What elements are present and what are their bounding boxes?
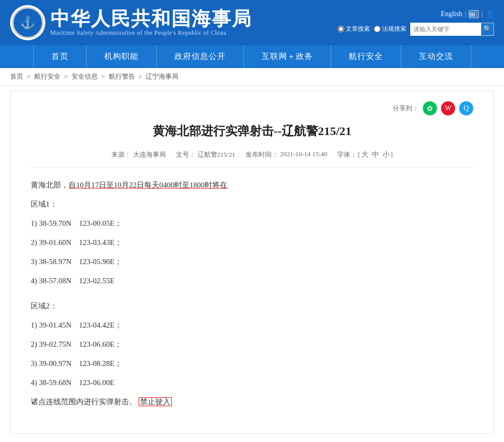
meta-source: 来源： 大连海事局 xyxy=(111,150,166,159)
nav-organization[interactable]: 机构职能 xyxy=(87,45,157,68)
radio-law[interactable] xyxy=(374,26,381,32)
search-input[interactable] xyxy=(410,23,481,36)
nav-navigation-safety[interactable]: 航行安全 xyxy=(331,45,401,68)
zone1-label: 区域1： xyxy=(31,197,473,212)
share-weibo-icon[interactable]: W xyxy=(441,101,455,115)
zone1-point3: 3) 38-58.97N 123-05.90E； xyxy=(31,254,473,269)
breadcrumb-nav-warning[interactable]: 航行警告 xyxy=(109,73,135,80)
share-label: 分享到： xyxy=(393,104,419,113)
zone2-point4: 4) 38-59.68N 123-06.00E xyxy=(31,375,473,390)
divider2: | xyxy=(481,10,483,18)
date-range-text: 自10月17日至10月22日每天0400时至1800时将在 xyxy=(69,181,227,189)
zone1-point2: 2) 39-01.60N 123-03.43E； xyxy=(31,235,473,250)
breadcrumb-sep2: > xyxy=(64,73,70,80)
main-nav: 首页 机构职能 政府信息公开 互联网＋政务 航行安全 互动交流 xyxy=(0,45,504,68)
zone1-point1: 1) 38-59.70N 123-00.05E； xyxy=(31,216,473,231)
zone1-point4: 4) 38-57.08N 123-02.55E xyxy=(31,273,473,288)
meta-font-size: 字体： [ 大 中 小 ] xyxy=(337,150,393,159)
font-small-btn[interactable]: 小 xyxy=(383,150,390,159)
breadcrumb-liaoning[interactable]: 辽宁海事局 xyxy=(146,73,178,80)
meta-docnum: 文号： 辽航警215/21 xyxy=(176,150,235,159)
font-medium-btn[interactable]: 中 xyxy=(372,150,379,159)
header-right: English | ✉ | 👤 文章搜索 法规搜索 xyxy=(338,10,494,36)
font-large-btn[interactable]: 大 xyxy=(361,150,368,159)
content-wrapper: 分享到： ✿ W Q 黄海北部进行实弹射击--辽航警215/21 来源： 大连海… xyxy=(5,91,499,434)
prohibited-text: 禁止驶入 xyxy=(139,397,172,406)
share-qq-icon[interactable]: Q xyxy=(459,101,473,115)
closing-text: 诸点连线范围内进行实弹射击。 xyxy=(31,398,137,406)
share-bar: 分享到： ✿ W Q xyxy=(31,101,473,115)
logo-emblem xyxy=(10,5,45,40)
nav-government[interactable]: 政府信息公开 xyxy=(157,45,244,68)
divider1: | xyxy=(465,10,466,18)
nav-interaction[interactable]: 互动交流 xyxy=(401,45,471,68)
zone2-point1: 1) 39-01.45N 123-04.42E； xyxy=(31,318,473,333)
person-icon[interactable]: 👤 xyxy=(485,10,494,19)
nav-home[interactable]: 首页 xyxy=(33,45,87,68)
breadcrumb-home[interactable]: 首页 xyxy=(10,73,23,80)
search-box: 🔍 xyxy=(410,23,494,36)
nav-internet-plus[interactable]: 互联网＋政务 xyxy=(244,45,331,68)
breadcrumb-safety-info[interactable]: 安全信息 xyxy=(72,73,98,80)
breadcrumb-sep1: > xyxy=(27,73,32,80)
article-title: 黄海北部进行实弹射击--辽航警215/21 xyxy=(31,123,473,140)
meta-time: 发布时间： 2021-10-14 15:40 xyxy=(245,150,328,159)
radio-article[interactable] xyxy=(338,26,344,32)
header-links: English | ✉ | 👤 xyxy=(441,10,494,19)
closing-paragraph: 诸点连线范围内进行实弹射击。 禁止驶入 xyxy=(31,394,473,409)
search-type-group: 文章搜索 法规搜索 xyxy=(338,25,406,33)
site-title-cn: 中华人民共和国海事局 xyxy=(50,9,252,30)
share-wechat-icon[interactable]: ✿ xyxy=(423,101,437,115)
zone2-point2: 2) 39-02.75N 123-06.60E； xyxy=(31,337,473,352)
site-title-en: Maritime Safety Administration of the Pe… xyxy=(50,29,252,37)
logo-text: 中华人民共和国海事局 Maritime Safety Administratio… xyxy=(50,9,252,37)
breadcrumb-sep3: > xyxy=(101,73,107,80)
english-link[interactable]: English xyxy=(441,10,463,18)
radio-law-label[interactable]: 法规搜索 xyxy=(374,25,406,33)
article-container: 分享到： ✿ W Q 黄海北部进行实弹射击--辽航警215/21 来源： 大连海… xyxy=(10,91,494,434)
article-meta: 来源： 大连海事局 文号： 辽航警215/21 发布时间： 2021-10-14… xyxy=(31,150,473,167)
radio-article-label[interactable]: 文章搜索 xyxy=(338,25,370,33)
breadcrumb-nav-safety[interactable]: 航行安全 xyxy=(34,73,60,80)
mail-icon[interactable]: ✉ xyxy=(469,10,479,18)
zone2-label: 区域2： xyxy=(31,298,473,313)
article-body: 黄海北部，自10月17日至10月22日每天0400时至1800时将在 区域1： … xyxy=(31,177,473,409)
logo-area: 中华人民共和国海事局 Maritime Safety Administratio… xyxy=(10,5,252,40)
breadcrumb: 首页 > 航行安全 > 安全信息 > 航行警告 > 辽宁海事局 xyxy=(0,68,504,86)
search-area: 文章搜索 法规搜索 🔍 xyxy=(338,23,494,36)
breadcrumb-sep4: > xyxy=(139,73,144,80)
intro-paragraph: 黄海北部，自10月17日至10月22日每天0400时至1800时将在 xyxy=(31,177,473,193)
search-button[interactable]: 🔍 xyxy=(481,23,494,36)
zone2-point3: 3) 39-00.97N 123-08.28E； xyxy=(31,356,473,371)
